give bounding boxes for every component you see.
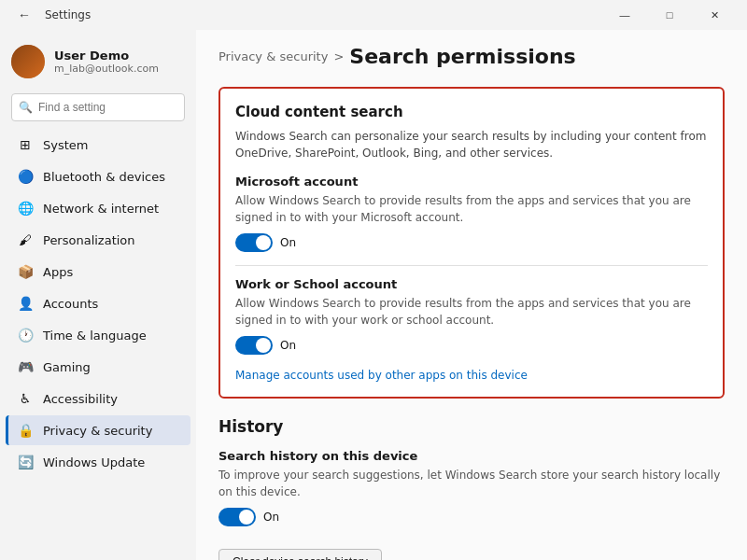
sidebar-item-label: Accessibility <box>43 392 118 406</box>
avatar <box>11 45 45 78</box>
page-header: Privacy & security > Search permissions <box>218 45 725 68</box>
microsoft-account-toggle-row: On <box>235 233 708 252</box>
search-history-device-desc: To improve your search suggestions, let … <box>218 467 725 500</box>
user-email: m_lab@outlook.com <box>54 63 159 75</box>
toggle-track <box>235 233 273 252</box>
toggle-track <box>235 336 273 355</box>
sidebar-item-label: Network & internet <box>43 202 159 216</box>
personalization-icon: 🖌 <box>17 231 34 248</box>
sidebar-item-label: Accounts <box>43 297 98 311</box>
history-section: History Search history on this device To… <box>218 417 725 560</box>
microsoft-account-toggle-label: On <box>280 236 296 249</box>
sidebar-item-accessibility[interactable]: ♿ Accessibility <box>6 384 190 413</box>
search-history-device-title: Search history on this device <box>218 449 725 463</box>
breadcrumb-separator: > <box>333 49 344 63</box>
privacy-icon: 🔒 <box>17 422 34 439</box>
sidebar-item-label: Gaming <box>43 360 91 374</box>
gaming-icon: 🎮 <box>17 358 34 375</box>
work-school-toggle-row: On <box>235 336 708 355</box>
close-button[interactable]: ✕ <box>693 0 736 30</box>
update-icon: 🔄 <box>17 454 34 470</box>
window-controls: — □ ✕ <box>603 0 736 30</box>
search-history-toggle-label: On <box>263 511 279 524</box>
main-content: Privacy & security > Search permissions … <box>196 30 747 560</box>
sidebar-item-personalization[interactable]: 🖌 Personalization <box>6 225 190 255</box>
sidebar-item-label: System <box>43 138 88 152</box>
accounts-icon: 👤 <box>17 295 34 312</box>
sidebar: User Demo m_lab@outlook.com 🔍 ⊞ System 🔵… <box>0 30 196 560</box>
toggle-track <box>218 508 256 526</box>
manage-accounts-link[interactable]: Manage accounts used by other apps on th… <box>235 369 528 382</box>
maximize-button[interactable]: □ <box>648 0 691 30</box>
user-info: User Demo m_lab@outlook.com <box>54 49 159 75</box>
sidebar-item-label: Bluetooth & devices <box>43 170 165 184</box>
accessibility-icon: ♿ <box>17 390 34 407</box>
work-school-account-title: Work or School account <box>235 277 708 291</box>
cloud-content-search-section: Cloud content search Windows Search can … <box>218 87 725 399</box>
sidebar-item-apps[interactable]: 📦 Apps <box>6 257 190 287</box>
app-window: User Demo m_lab@outlook.com 🔍 ⊞ System 🔵… <box>0 30 747 560</box>
search-icon: 🔍 <box>19 101 33 114</box>
work-school-toggle[interactable] <box>235 336 273 355</box>
divider <box>235 265 708 266</box>
system-icon: ⊞ <box>17 136 34 153</box>
toggle-thumb <box>239 510 254 525</box>
sidebar-item-label: Apps <box>43 265 73 279</box>
sidebar-item-label: Windows Update <box>43 455 145 469</box>
search-box: 🔍 <box>11 93 185 121</box>
microsoft-account-toggle[interactable] <box>235 233 273 252</box>
work-school-account-desc: Allow Windows Search to provide results … <box>235 295 708 329</box>
bluetooth-icon: 🔵 <box>17 168 34 185</box>
search-history-toggle-row: On <box>218 508 725 526</box>
window-title: Settings <box>45 8 91 21</box>
apps-icon: 📦 <box>17 263 34 280</box>
breadcrumb-parent: Privacy & security <box>218 49 328 63</box>
sidebar-item-label: Privacy & security <box>43 424 152 438</box>
toggle-thumb <box>256 235 271 250</box>
sidebar-item-label: Personalization <box>43 233 135 247</box>
search-history-toggle[interactable] <box>218 508 256 526</box>
minimize-button[interactable]: — <box>603 0 646 30</box>
microsoft-account-title: Microsoft account <box>235 175 708 189</box>
search-history-device-row: Search history on this device To improve… <box>218 449 725 560</box>
sidebar-item-label: Time & language <box>43 329 147 343</box>
breadcrumb: Privacy & security > Search permissions <box>218 45 725 68</box>
work-school-toggle-label: On <box>280 339 296 352</box>
content-area: User Demo m_lab@outlook.com 🔍 ⊞ System 🔵… <box>0 30 747 560</box>
sidebar-item-privacy[interactable]: 🔒 Privacy & security <box>6 415 190 445</box>
page-title: Search permissions <box>349 45 575 68</box>
history-title: History <box>218 417 725 436</box>
user-profile[interactable]: User Demo m_lab@outlook.com <box>0 37 196 93</box>
user-name: User Demo <box>54 49 159 63</box>
cloud-content-search-desc: Windows Search can personalize your sear… <box>235 128 708 161</box>
time-icon: 🕐 <box>17 327 34 343</box>
sidebar-item-network[interactable]: 🌐 Network & internet <box>6 193 190 223</box>
search-input[interactable] <box>11 93 185 121</box>
sidebar-item-bluetooth[interactable]: 🔵 Bluetooth & devices <box>6 161 190 191</box>
sidebar-item-gaming[interactable]: 🎮 Gaming <box>6 352 190 382</box>
avatar-image <box>11 45 45 78</box>
title-bar: ← Settings — □ ✕ <box>0 0 747 30</box>
clear-history-button[interactable]: Clear device search history <box>218 549 382 560</box>
back-button[interactable]: ← <box>11 2 37 28</box>
toggle-thumb <box>256 338 271 353</box>
title-bar-left: ← Settings <box>11 2 91 28</box>
cloud-content-search-title: Cloud content search <box>235 104 708 120</box>
sidebar-item-time[interactable]: 🕐 Time & language <box>6 320 190 350</box>
microsoft-account-desc: Allow Windows Search to provide results … <box>235 192 708 226</box>
network-icon: 🌐 <box>17 200 34 217</box>
sidebar-item-accounts[interactable]: 👤 Accounts <box>6 288 190 318</box>
sidebar-item-system[interactable]: ⊞ System <box>6 130 190 160</box>
sidebar-item-update[interactable]: 🔄 Windows Update <box>6 447 190 477</box>
